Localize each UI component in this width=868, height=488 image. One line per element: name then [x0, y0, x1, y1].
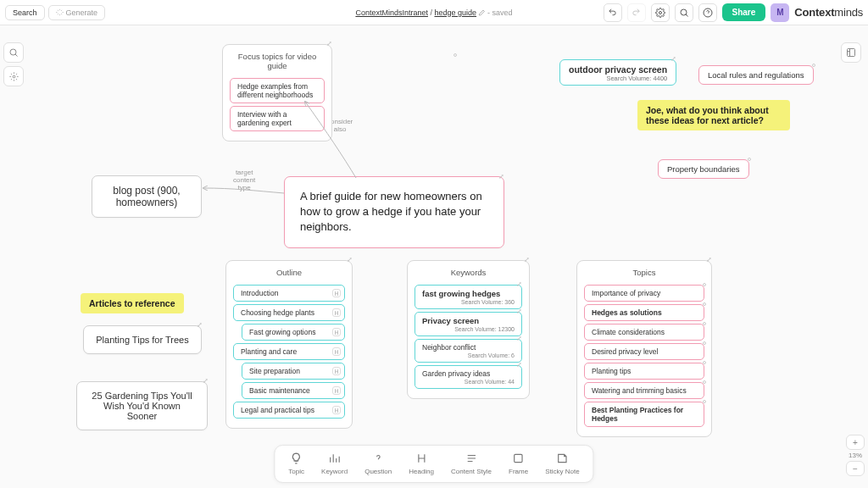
top-left-tools: Search Generate	[5, 5, 105, 20]
outline-item[interactable]: Fast growing optionsH	[242, 324, 345, 341]
frame-keywords[interactable]: Keywords fast growing hedgesSearch Volum…	[407, 260, 530, 399]
heading-badge: H	[332, 406, 341, 414]
heading-badge: H	[332, 308, 341, 317]
gear-icon	[655, 8, 665, 18]
rail-search-button[interactable]	[3, 42, 24, 63]
keyword-icon	[329, 452, 341, 466]
keyword-item[interactable]: Garden privacy ideasSearch Volume: 44⤢	[415, 365, 522, 389]
tool-sticky-note[interactable]: Sticky Note	[537, 449, 587, 479]
expand-icon[interactable]: ⤢	[326, 40, 333, 47]
brand-logo: Contextminds	[794, 6, 863, 19]
frame-outline[interactable]: Outline IntroductionHChoosing hedge plan…	[225, 260, 353, 429]
share-button[interactable]: Share	[722, 3, 766, 21]
topic-item[interactable]: Desired privacy level	[584, 343, 704, 360]
breadcrumb-root[interactable]: ContextMindsIntranet	[355, 8, 428, 17]
breadcrumb: ContextMindsIntranet / hedge guide - sav…	[355, 8, 512, 17]
search-label: Search	[13, 8, 37, 17]
help-icon	[703, 8, 713, 18]
blog-post-node[interactable]: blog post (900, homeowners)	[92, 175, 202, 218]
expand-icon[interactable]: ⤢	[524, 256, 531, 263]
heading-badge: H	[332, 328, 341, 336]
map-search-button[interactable]	[675, 3, 693, 22]
svg-point-1	[681, 9, 687, 15]
rail-outline-button[interactable]	[841, 42, 861, 63]
settings-button[interactable]	[651, 3, 670, 22]
topic-item[interactable]: Importance of privacy	[584, 285, 704, 302]
keyword-item[interactable]: Neighbor conflictSearch Volume: 6⤢	[415, 339, 522, 363]
topic-item[interactable]: Planting tips	[584, 363, 704, 380]
topic-item[interactable]: Hedges as solutions	[584, 304, 704, 321]
expand-icon[interactable]: ⤢	[516, 308, 523, 314]
breadcrumb-map[interactable]: hedge guide	[434, 8, 476, 17]
generate-label: Generate	[66, 8, 98, 17]
frame-focus-topics[interactable]: Focus topics for video guide Hedge examp…	[222, 44, 332, 141]
top-right-tools: Share M Contextminds	[604, 3, 863, 22]
svg-point-3	[10, 49, 16, 55]
undo-icon	[608, 8, 617, 17]
expand-icon[interactable]: ⤢	[516, 361, 523, 368]
outline-item[interactable]: Legal and practical tipsH	[233, 402, 345, 419]
expand-icon[interactable]: ⤢	[498, 172, 505, 179]
outline-item[interactable]: Planting and careH	[233, 343, 345, 360]
svg-point-4	[13, 75, 15, 78]
undo-button[interactable]	[604, 3, 622, 22]
saved-status: saved	[492, 8, 513, 17]
sticky-joe-note[interactable]: Joe, what do you think about these ideas…	[637, 100, 790, 130]
topic-item[interactable]: Watering and trimming basics	[584, 382, 704, 399]
avatar[interactable]: M	[771, 3, 789, 22]
zoom-percent: 13%	[849, 452, 862, 459]
heading-badge: H	[332, 289, 341, 297]
zoom-out-button[interactable]: −	[846, 461, 865, 476]
topic-item[interactable]: Best Planting Practices for Hedges	[584, 402, 704, 427]
keyword-outdoor-privacy[interactable]: outdoor privacy screen Search Volume: 44…	[559, 59, 676, 86]
gear-icon	[9, 72, 19, 81]
tool-question[interactable]: Question	[356, 449, 400, 479]
outline-item[interactable]: Site preparationH	[242, 363, 345, 380]
expand-icon[interactable]: ⤢	[347, 256, 353, 263]
search-icon	[8, 47, 19, 58]
expand-icon[interactable]: ⤢	[516, 335, 523, 341]
heading-badge: H	[332, 367, 341, 375]
outline-item[interactable]: IntroductionH	[233, 285, 345, 302]
generate-button[interactable]: Generate	[48, 5, 106, 20]
focus-item[interactable]: Hedge examples from different neighborho…	[230, 78, 325, 103]
topic-property-boundaries[interactable]: Property boundaries	[658, 159, 749, 179]
outline-item[interactable]: Choosing hedge plantsH	[233, 304, 345, 321]
expand-icon[interactable]: ⤢	[706, 256, 713, 263]
frame-title: Keywords	[413, 264, 524, 282]
content-style-icon	[465, 452, 477, 466]
bottom-toolbar: TopicKeywordQuestionHeadingContent Style…	[274, 445, 593, 483]
sticky-articles-ref[interactable]: Articles to reference	[81, 293, 184, 313]
frame-title: Topics	[582, 264, 706, 282]
outline-panel-icon	[846, 47, 856, 58]
focus-item[interactable]: Interview with a gardening expert	[230, 106, 325, 131]
edit-icon[interactable]	[479, 9, 486, 16]
keyword-item[interactable]: Privacy screenSearch Volume: 12300⤢	[415, 312, 522, 336]
search-button[interactable]: Search	[5, 5, 45, 20]
ref-planting-tips[interactable]: Planting Tips for Trees ⤢	[83, 325, 202, 354]
expand-icon[interactable]: ⤢	[670, 55, 677, 62]
redo-icon	[632, 8, 641, 17]
frame-title: Focus topics for video guide	[228, 48, 326, 75]
tool-content-style[interactable]: Content Style	[442, 449, 500, 479]
outline-item[interactable]: Basic maintenanceH	[242, 382, 345, 399]
help-button[interactable]	[698, 3, 717, 22]
keyword-item[interactable]: fast growing hedgesSearch Volume: 360⤢	[415, 285, 522, 309]
topic-item[interactable]: Climate considerations	[584, 324, 704, 341]
topic-local-rules[interactable]: Local rules and regulations	[698, 65, 814, 85]
stray-node-dot	[453, 53, 457, 57]
zoom-in-button[interactable]: +	[846, 435, 865, 450]
frame-topics[interactable]: Topics Importance of privacyHedges as so…	[576, 260, 712, 437]
tool-heading[interactable]: Heading	[400, 449, 442, 479]
expand-icon[interactable]: ⤢	[196, 321, 203, 328]
redo-button[interactable]	[627, 3, 646, 22]
tool-topic[interactable]: Topic	[280, 449, 313, 479]
expand-icon[interactable]: ⤢	[516, 280, 523, 287]
center-brief-node[interactable]: A brief guide for new homeowners on how …	[284, 176, 504, 248]
ref-25-gardening[interactable]: 25 Gardening Tips You'll Wish You'd Know…	[76, 381, 208, 430]
expand-icon[interactable]: ⤢	[202, 377, 209, 384]
tool-keyword[interactable]: Keyword	[313, 449, 356, 479]
heading-icon	[415, 452, 427, 466]
rail-settings-button[interactable]	[3, 66, 24, 86]
tool-frame[interactable]: Frame	[500, 449, 537, 479]
